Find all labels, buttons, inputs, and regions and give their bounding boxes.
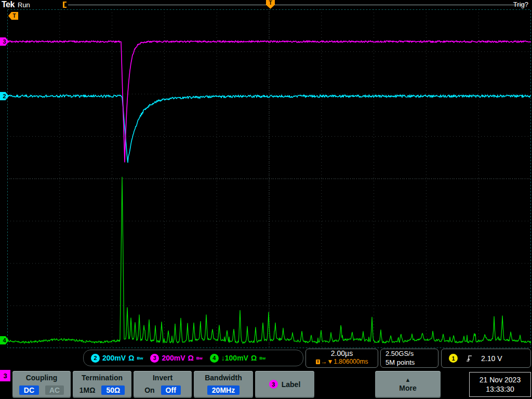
tek-logo: Tek — [2, 0, 15, 9]
trigger-position-label: T — [269, 0, 272, 6]
bandwidth-value[interactable]: 20MHz — [207, 385, 240, 395]
horizontal-readout[interactable]: 2.00µs T →▼ 1.806000ms — [305, 349, 378, 368]
bandwidth-label: Bandwidth — [205, 374, 242, 382]
acquisition-readout[interactable]: 2.50GS/s 5M points — [380, 349, 438, 368]
channel3-scale: 200mV — [162, 354, 185, 362]
channel2-marker-label: 2 — [3, 93, 6, 99]
channel4-impedance: Ω — [251, 354, 257, 362]
coupling-dc-option[interactable]: DC — [19, 385, 39, 395]
termination-50-option[interactable]: 50Ω — [101, 385, 125, 395]
trigger-source-badge: 1 — [449, 354, 458, 363]
menu-channel-badge: 3 — [0, 370, 10, 381]
channel-readouts: 2 200mV Ω Bw 3 200mV Ω Bw 4 ↓100mV Ω Bw — [83, 350, 303, 366]
invert-button[interactable]: Invert On Off — [134, 371, 192, 398]
time-value: 13:33:30 — [486, 384, 514, 394]
more-up-arrow-icon: ▲ — [405, 377, 411, 383]
graticule-svg — [7, 9, 531, 348]
oscilloscope-screen: Tek Run T Trig? T 3 2 4 2 200mV Ω Bw — [0, 0, 532, 399]
label-button[interactable]: 3 Label — [255, 371, 314, 398]
channel2-badge: 2 — [91, 354, 100, 363]
channel4-bandwidth-limit-icon: Bw — [259, 356, 265, 361]
timebase-scale: 2.00µs — [306, 349, 378, 358]
termination-button[interactable]: Termination 1MΩ 50Ω — [73, 371, 131, 398]
bandwidth-button[interactable]: Bandwidth 20MHz — [194, 371, 253, 398]
readout-bar: 2 200mV Ω Bw 3 200mV Ω Bw 4 ↓100mV Ω Bw … — [0, 348, 532, 370]
acquisition-run-status: Run — [18, 1, 30, 9]
channel3-bandwidth-limit-icon: Bw — [196, 356, 203, 361]
termination-label: Termination — [82, 374, 123, 382]
trigger-position-marker-icon[interactable]: T — [266, 0, 275, 9]
channel2-impedance: Ω — [128, 354, 134, 362]
coupling-ac-option[interactable]: AC — [45, 385, 64, 395]
channel3-badge: 3 — [150, 354, 159, 363]
channel4-readout[interactable]: 4 ↓100mV Ω Bw — [210, 354, 265, 363]
trigger-level-label: T — [12, 13, 16, 19]
channel3-marker-label: 3 — [3, 38, 6, 45]
delay-arrows-icon: →▼ — [321, 358, 333, 366]
waveform-display — [7, 9, 531, 348]
channel2-readout[interactable]: 2 200mV Ω Bw — [91, 354, 143, 363]
record-length: 5M points — [385, 358, 438, 367]
horizontal-delay: T →▼ 1.806000ms — [306, 358, 378, 366]
bottom-menu: 3 Coupling DC AC Termination 1MΩ 50Ω Inv… — [0, 370, 532, 399]
trigger-readout[interactable]: 1 2.10 V — [441, 349, 531, 368]
channel2-scale: 200mV — [102, 354, 126, 362]
channel2-bandwidth-limit-icon: Bw — [137, 356, 143, 361]
delay-value: 1.806000ms — [334, 358, 368, 366]
invert-off-option[interactable]: Off — [161, 385, 181, 395]
termination-1m-option[interactable]: 1MΩ — [79, 386, 96, 394]
datetime-display: 21 Nov 2023 13:33:30 — [469, 372, 531, 397]
label-button-text: Label — [282, 380, 301, 389]
more-button[interactable]: ▲ More — [375, 371, 441, 398]
trigger-status-label: Trig? — [513, 1, 528, 8]
coupling-label: Coupling — [26, 374, 58, 382]
trigger-level-value: 2.10 V — [481, 354, 502, 363]
invert-label: Invert — [153, 374, 172, 382]
sample-rate: 2.50GS/s — [385, 349, 438, 358]
channel4-scale: ↓100mV — [221, 354, 248, 362]
channel3-impedance: Ω — [188, 354, 194, 362]
record-view-line — [68, 5, 525, 5]
top-bar: Tek Run T Trig? — [0, 0, 532, 9]
invert-on-option[interactable]: On — [144, 386, 154, 394]
channel4-marker-label: 4 — [3, 337, 6, 343]
delay-trigger-icon: T — [316, 360, 321, 364]
label-channel-badge: 3 — [269, 380, 278, 389]
channel3-readout[interactable]: 3 200mV Ω Bw — [150, 354, 202, 363]
rising-edge-slope-icon — [466, 354, 473, 363]
more-label: More — [399, 384, 416, 392]
record-view-left-bracket-icon — [63, 2, 66, 8]
date-value: 21 Nov 2023 — [480, 375, 521, 384]
channel4-badge: 4 — [210, 354, 219, 363]
coupling-button[interactable]: Coupling DC AC — [12, 371, 71, 398]
